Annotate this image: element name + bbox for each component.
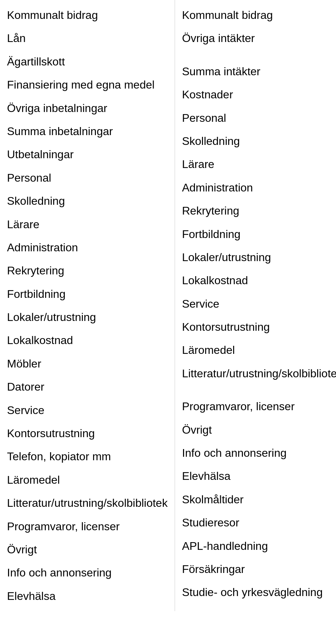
list-item: Övriga intäkter bbox=[182, 27, 336, 50]
list-item: Fortbildning bbox=[7, 282, 168, 306]
list-item: APL-handledning bbox=[182, 534, 336, 558]
left-column: Kommunalt bidragLånÄgartillskottFinansie… bbox=[0, 0, 175, 611]
list-item: Summa inbetalningar bbox=[7, 120, 168, 143]
list-item: Personal bbox=[7, 166, 168, 189]
list-item: Rekrytering bbox=[7, 259, 168, 282]
list-item: Lokalkostnad bbox=[7, 329, 168, 352]
list-item: Skolledning bbox=[7, 189, 168, 212]
list-item: Övriga inbetalningar bbox=[7, 97, 168, 120]
list-item: Litteratur/utrustning/skolbibliotek bbox=[7, 491, 168, 514]
list-item: Studie- och yrkesvägledning bbox=[182, 581, 336, 604]
main-container: Kommunalt bidragLånÄgartillskottFinansie… bbox=[0, 0, 336, 611]
list-item bbox=[182, 50, 336, 60]
list-item: Ägartillskott bbox=[7, 50, 168, 73]
list-item: Lån bbox=[7, 27, 168, 50]
list-item: Litteratur/utrustning/skolbibliotek bbox=[182, 362, 336, 385]
list-item: Kommunalt bidrag bbox=[182, 4, 336, 27]
list-item: Läromedel bbox=[7, 468, 168, 491]
list-item: Läromedel bbox=[182, 338, 336, 362]
list-item: Studieresor bbox=[182, 511, 336, 534]
list-item: Administration bbox=[7, 236, 168, 259]
list-item: Info och annonsering bbox=[182, 441, 336, 464]
list-item: Service bbox=[7, 399, 168, 422]
list-item bbox=[182, 385, 336, 395]
list-item: Övrigt bbox=[7, 538, 168, 561]
list-item: Personal bbox=[182, 106, 336, 130]
list-item: Försäkringar bbox=[182, 558, 336, 581]
list-item: Lärare bbox=[7, 213, 168, 236]
list-item: Kostnader bbox=[182, 83, 336, 106]
list-item: Kontorsutrustning bbox=[7, 422, 168, 445]
list-item: Finansiering med egna medel bbox=[7, 73, 168, 96]
list-item: Service bbox=[182, 292, 336, 315]
list-item: Telefon, kopiator mm bbox=[7, 445, 168, 468]
list-item: Kommunalt bidrag bbox=[7, 4, 168, 27]
list-item: Skolledning bbox=[182, 130, 336, 153]
list-item: Lokalkostnad bbox=[182, 269, 336, 292]
list-item: Rekrytering bbox=[182, 199, 336, 222]
list-item: Programvaror, licenser bbox=[182, 395, 336, 418]
list-item: Möbler bbox=[7, 352, 168, 375]
list-item: Kontorsutrustning bbox=[182, 315, 336, 338]
list-item: Lärare bbox=[182, 153, 336, 176]
list-item: Administration bbox=[182, 176, 336, 199]
list-item: Summa intäkter bbox=[182, 60, 336, 83]
list-item: Utbetalningar bbox=[7, 143, 168, 166]
right-column: Kommunalt bidragÖvriga intäkterSumma int… bbox=[175, 0, 336, 611]
list-item: Skolmåltider bbox=[182, 488, 336, 511]
list-item: Info och annonsering bbox=[7, 561, 168, 584]
list-item: Lokaler/utrustning bbox=[7, 306, 168, 329]
list-item: Datorer bbox=[7, 375, 168, 398]
list-item: Övrigt bbox=[182, 418, 336, 441]
list-item: Programvaror, licenser bbox=[7, 515, 168, 538]
list-item: Lokaler/utrustning bbox=[182, 246, 336, 269]
list-item: Elevhälsa bbox=[182, 464, 336, 488]
list-item: Elevhälsa bbox=[7, 584, 168, 608]
list-item: Fortbildning bbox=[182, 223, 336, 246]
